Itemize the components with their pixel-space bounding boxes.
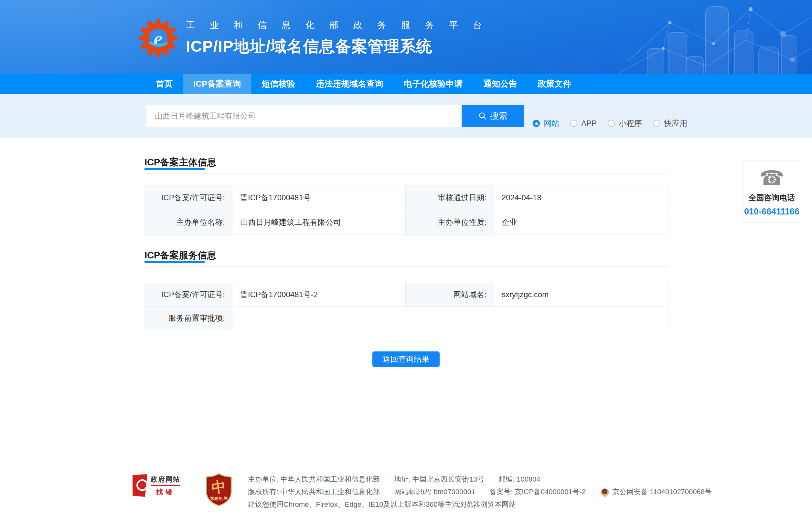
nav-item-e-verify-apply[interactable]: 电子化核验申请 <box>393 74 473 94</box>
table-label: ICP备案/许可证号: <box>144 283 233 307</box>
subject-info-section-title: ICP备案主体信息 <box>145 156 216 169</box>
radio-unselected-icon <box>653 120 660 127</box>
error-badge-rule <box>151 485 180 486</box>
search-icon <box>478 112 487 120</box>
footer-host: 主办单位: 中华人民共和国工业和信息化部 <box>248 473 380 485</box>
footer-zipcode: 邮编: 100804 <box>499 473 541 485</box>
gov-site-error-report-badge[interactable]: 政府网站 找错 <box>133 474 180 497</box>
table-label: 服务前置审批项: <box>144 307 233 330</box>
hotline-card: ☎ 全国咨询电话 010-66411166 <box>743 161 801 223</box>
nav-item-icp-query[interactable]: ICP备案查询 <box>183 74 251 94</box>
nav-item-home[interactable]: 首页 <box>146 74 183 94</box>
nav-item-policy[interactable]: 政策文件 <box>527 74 581 94</box>
organizer-nature: 企业 <box>494 210 668 234</box>
radio-unselected-icon <box>570 120 577 127</box>
footer-copyright: 版权所有: 中华人民共和国工业和信息化部 <box>248 485 380 498</box>
page: e 工业和信息化部政务服务平台 ICP/IP地址/域名信息备案管理系统 首页 I… <box>0 0 812 521</box>
magnifier-flag-icon <box>133 474 147 497</box>
table-label: 网站域名: <box>406 283 494 307</box>
table-label: 主办单位性质: <box>406 210 494 234</box>
platform-subtitle: 工业和信息化部政务服务平台 <box>186 19 497 31</box>
section-divider <box>145 173 669 174</box>
page-title: ICP/IP地址/域名信息备案管理系统 <box>186 36 497 57</box>
review-pass-date: 2024-04-18 <box>494 185 668 210</box>
table-label: 审核通过日期: <box>406 185 494 210</box>
subject-info-table: ICP备案/许可证号: 晋ICP备17000481号 审核通过日期: 2024-… <box>144 185 668 234</box>
hotline-title: 全国咨询电话 <box>749 192 795 203</box>
radio-quickapp-label: 快应用 <box>664 118 687 129</box>
error-badge-line1: 政府网站 <box>151 475 180 484</box>
search-button-label: 搜索 <box>490 110 507 122</box>
brand: e 工业和信息化部政务服务平台 ICP/IP地址/域名信息备案管理系统 <box>139 19 497 58</box>
organizer-name: 山西日月峰建筑工程有限公司 <box>233 210 406 234</box>
footer-divider <box>115 459 697 459</box>
police-badge-icon <box>600 487 610 497</box>
footer-browser-tip: 建议您使用Chrome、Firefox、Edge、IE10及以上版本和360等主… <box>248 498 516 511</box>
section-title-underline <box>145 261 205 263</box>
telephone-icon: ☎ <box>759 168 784 188</box>
section-title-underline <box>145 168 205 170</box>
footer-site-code: 网站标识码: bm07000001 <box>394 485 475 498</box>
header-banner: e 工业和信息化部政务服务平台 ICP/IP地址/域名信息备案管理系统 <box>0 0 812 74</box>
service-icp-license-number: 晋ICP备17000481号-2 <box>233 283 406 307</box>
radio-miniprogram-label: 小程序 <box>619 118 642 129</box>
police-filing-number: 京公网安备 11040102700068号 <box>612 485 712 498</box>
radio-miniprogram[interactable]: 小程序 <box>608 118 642 129</box>
table-label: 主办单位名称: <box>144 210 233 234</box>
radio-website-label: 网站 <box>544 118 559 129</box>
party-gov-organ-badge[interactable]: 中 党政机关 <box>205 473 233 506</box>
radio-selected-icon <box>533 120 540 127</box>
nav-item-illegal-domain-query[interactable]: 违法违规域名查询 <box>305 74 393 94</box>
party-badge-label: 党政机关 <box>205 496 233 502</box>
svg-text:中: 中 <box>211 478 226 496</box>
nav-item-notice[interactable]: 通知公告 <box>473 74 527 94</box>
pre-approval-item <box>233 307 668 330</box>
website-domain: sxryfjzgc.com <box>494 283 668 307</box>
search-type-options: 网站 APP 小程序 快应用 <box>533 118 687 129</box>
radio-website[interactable]: 网站 <box>533 118 559 129</box>
error-badge-line2: 找错 <box>151 488 180 496</box>
table-label: ICP备案/许可证号: <box>144 185 233 210</box>
hotline-number: 010-66411166 <box>744 207 799 217</box>
search-section: 搜索 网站 APP 小程序 快应用 <box>0 94 812 138</box>
service-info-table: ICP备案/许可证号: 晋ICP备17000481号-2 网站域名: sxryf… <box>144 282 668 330</box>
section-divider <box>145 266 669 267</box>
service-info-section-title: ICP备案服务信息 <box>145 249 216 262</box>
radio-app-label: APP <box>581 119 597 128</box>
footer-info: 主办单位: 中华人民共和国工业和信息化部 地址: 中国北京西长安街13号 邮编:… <box>248 473 712 511</box>
main-nav: 首页 ICP备案查询 短信核验 违法违规域名查询 电子化核验申请 通知公告 政策… <box>0 74 812 94</box>
miit-gear-logo-icon: e <box>139 19 177 58</box>
radio-app[interactable]: APP <box>570 119 597 128</box>
radio-quickapp[interactable]: 快应用 <box>653 118 687 129</box>
search-input[interactable] <box>147 105 462 127</box>
city-skyline-decoration <box>599 0 812 74</box>
radio-unselected-icon <box>608 120 615 127</box>
nav-item-sms-verify[interactable]: 短信核验 <box>251 74 305 94</box>
police-filing-link[interactable]: 京公网安备 11040102700068号 <box>600 485 712 498</box>
footer-icp-number: 备案号: 京ICP备04000001号-2 <box>489 485 586 498</box>
icp-license-number: 晋ICP备17000481号 <box>233 185 406 210</box>
search-button[interactable]: 搜索 <box>462 105 524 127</box>
footer-address: 地址: 中国北京西长安街13号 <box>394 473 484 485</box>
back-to-results-button[interactable]: 返回查询结果 <box>372 352 440 367</box>
